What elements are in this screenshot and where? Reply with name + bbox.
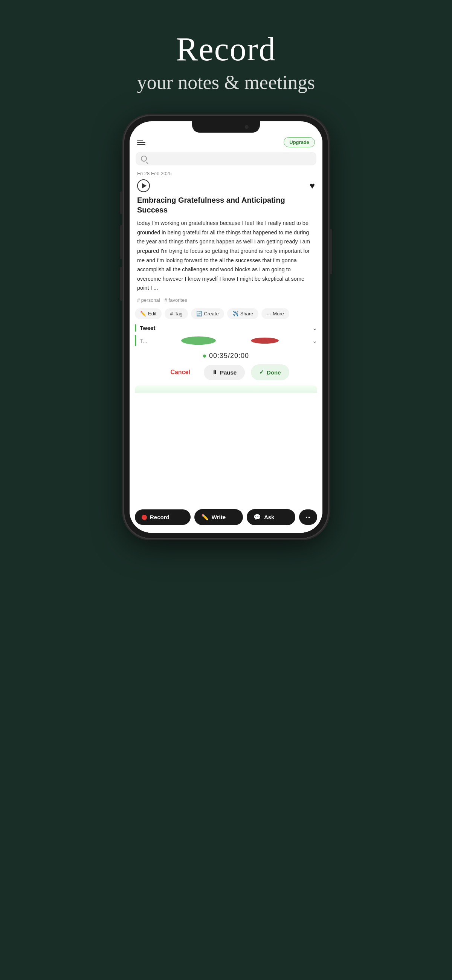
second-section[interactable]: T... ⌄ (135, 335, 317, 346)
more-button[interactable]: ··· More (261, 308, 289, 319)
entry-tags: # personal # favorites (130, 297, 322, 308)
phone-side-button-volume-up (120, 225, 123, 259)
entry-header-row: ♥ (130, 179, 322, 195)
record-nav-label: Record (150, 514, 170, 520)
ask-icon: 💬 (253, 514, 261, 521)
tag-label: Tag (175, 311, 183, 317)
hero-subtitle: your notes & meetings (137, 71, 315, 94)
waveform-red (250, 336, 280, 345)
search-icon (141, 156, 147, 162)
edit-label: Edit (148, 311, 156, 317)
cancel-button[interactable]: Cancel (163, 364, 197, 380)
more-nav-icon: ··· (306, 514, 311, 520)
timer-recording-dot (203, 355, 206, 358)
more-nav-button[interactable]: ··· (299, 509, 317, 525)
record-nav-button[interactable]: Record (135, 509, 191, 525)
edit-icon: ✏️ (140, 311, 146, 317)
done-label: Done (267, 369, 281, 375)
bottom-hint-strip (135, 385, 317, 393)
upgrade-badge[interactable]: Upgrade (283, 137, 315, 147)
tweet-section[interactable]: Tweet ⌄ (135, 325, 317, 332)
tag-icon: # (170, 311, 172, 317)
pause-icon: ⏸ (212, 369, 217, 375)
done-check-icon: ✓ (259, 369, 264, 375)
write-nav-button[interactable]: ✏️ Write (194, 509, 243, 525)
notch (192, 121, 260, 133)
svg-point-0 (181, 336, 216, 345)
done-button[interactable]: ✓ Done (251, 364, 289, 380)
hero-section: Record your notes & meetings (137, 30, 315, 94)
waveform-green (180, 335, 217, 346)
share-icon: ✈️ (232, 311, 239, 317)
timer-row: 00:35/20:00 (130, 350, 322, 364)
record-dot-icon (142, 515, 147, 520)
second-section-label: T... (140, 337, 147, 344)
tag-favorites[interactable]: # favorites (165, 297, 187, 303)
notch-camera (245, 125, 248, 129)
write-icon: ✏️ (201, 514, 208, 521)
ask-nav-button[interactable]: 💬 Ask (247, 509, 295, 525)
phone-side-button-volume-down (120, 267, 123, 301)
phone-mockup: Upgrade Fri 28 Feb 2025 ♥ Embracing Grat… (124, 116, 328, 538)
create-button[interactable]: 🔄 Create (191, 308, 224, 319)
second-chevron-icon: ⌄ (312, 337, 317, 344)
create-icon: 🔄 (196, 311, 202, 317)
ask-nav-label: Ask (264, 514, 275, 520)
create-label: Create (204, 311, 219, 317)
timer-display: 00:35/20:00 (209, 352, 249, 360)
phone-side-button-power (329, 229, 332, 274)
more-label: More (273, 311, 284, 317)
hamburger-menu-icon[interactable] (137, 140, 145, 145)
tweet-chevron-icon: ⌄ (312, 325, 317, 332)
search-bar[interactable] (135, 152, 317, 165)
phone-frame: Upgrade Fri 28 Feb 2025 ♥ Embracing Grat… (124, 116, 328, 538)
action-row: ✏️ Edit # Tag 🔄 Create ✈️ Share (130, 308, 322, 325)
play-button[interactable] (137, 179, 150, 192)
tag-button[interactable]: # Tag (165, 308, 188, 319)
bottom-navigation: Record ✏️ Write 💬 Ask ··· (130, 505, 322, 533)
svg-point-1 (251, 337, 279, 344)
pause-label: Pause (220, 369, 237, 375)
phone-screen: Upgrade Fri 28 Feb 2025 ♥ Embracing Grat… (130, 121, 322, 533)
entry-title: Embracing Gratefulness and Anticipating … (130, 195, 322, 218)
edit-button[interactable]: ✏️ Edit (135, 308, 162, 319)
more-icon: ··· (267, 311, 271, 317)
tag-personal[interactable]: # personal (137, 297, 160, 303)
app-content: Upgrade Fri 28 Feb 2025 ♥ Embracing Grat… (130, 133, 322, 533)
share-button[interactable]: ✈️ Share (227, 308, 259, 319)
tweet-label: Tweet (140, 325, 155, 331)
control-row: Cancel ⏸ Pause ✓ Done (130, 364, 322, 385)
share-label: Share (240, 311, 253, 317)
entry-body: today I'm working on gratefulness becaus… (130, 218, 322, 297)
pause-button[interactable]: ⏸ Pause (204, 365, 245, 380)
play-icon (142, 183, 146, 188)
write-nav-label: Write (212, 514, 226, 520)
hero-title: Record (137, 30, 315, 68)
top-bar: Upgrade (130, 133, 322, 150)
entry-date: Fri 28 Feb 2025 (130, 169, 322, 179)
heart-icon[interactable]: ♥ (310, 180, 315, 191)
phone-side-button-mute (120, 191, 123, 214)
